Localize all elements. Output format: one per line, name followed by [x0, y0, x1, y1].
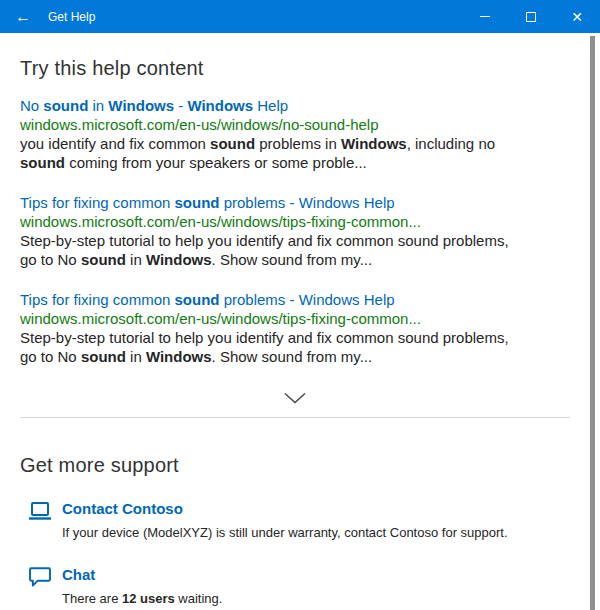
result-snippet-line: go to No sound in Windows. Show sound fr…	[20, 250, 570, 269]
result-snippet-line: Step-by-step tutorial to help you identi…	[20, 328, 570, 347]
support-item-contact[interactable]: Contact Contoso If your device (ModelXYZ…	[20, 499, 570, 541]
maximize-button[interactable]	[508, 0, 554, 33]
result-snippet-line: sound coming from your speakers or some …	[20, 153, 570, 172]
laptop-icon	[28, 499, 52, 522]
minimize-button[interactable]	[462, 0, 508, 33]
result-url: windows.microsoft.com/en-us/windows/no-s…	[20, 115, 570, 134]
close-button[interactable]: ✕	[554, 0, 600, 33]
back-arrow-icon: ←	[15, 8, 31, 25]
back-button[interactable]: ←	[0, 9, 31, 25]
help-result: Tips for fixing common sound problems - …	[20, 193, 570, 269]
result-snippet-line: Step-by-step tutorial to help you identi…	[20, 231, 570, 250]
chat-link[interactable]: Chat	[62, 565, 222, 585]
result-title-link[interactable]: Tips for fixing common sound problems - …	[20, 193, 570, 212]
main-content: Try this help content No sound in Window…	[0, 57, 600, 607]
close-icon: ✕	[571, 9, 583, 25]
section-divider	[20, 417, 570, 418]
support-item-body: Chat There are 12 users waiting.	[62, 565, 222, 607]
help-result: No sound in Windows - Windows Help windo…	[20, 96, 570, 172]
chevron-down-icon	[284, 392, 306, 404]
support-item-chat[interactable]: Chat There are 12 users waiting.	[20, 565, 570, 607]
maximize-icon	[526, 12, 536, 22]
chat-icon	[28, 565, 52, 588]
contact-contoso-description: If your device (ModelXYZ) is still under…	[62, 525, 508, 541]
result-title-link[interactable]: No sound in Windows - Windows Help	[20, 96, 570, 115]
minimize-icon	[480, 16, 490, 17]
window-title: Get Help	[48, 10, 95, 24]
help-content-heading: Try this help content	[20, 57, 570, 80]
support-item-body: Contact Contoso If your device (ModelXYZ…	[62, 499, 508, 541]
result-snippet-line: go to No sound in Windows. Show sound fr…	[20, 347, 570, 366]
window-controls: ✕	[462, 0, 600, 33]
contact-contoso-link[interactable]: Contact Contoso	[62, 499, 508, 519]
result-url: windows.microsoft.com/en-us/windows/tips…	[20, 309, 570, 328]
more-support-heading: Get more support	[20, 454, 570, 477]
chat-description: There are 12 users waiting.	[62, 591, 222, 607]
result-url: windows.microsoft.com/en-us/windows/tips…	[20, 212, 570, 231]
help-result: Tips for fixing common sound problems - …	[20, 290, 570, 366]
result-title-link[interactable]: Tips for fixing common sound problems - …	[20, 290, 570, 309]
titlebar: ← Get Help ✕	[0, 0, 600, 33]
show-more-button[interactable]	[284, 392, 306, 404]
result-snippet-line: you identify and fix common sound proble…	[20, 134, 570, 153]
vertical-scrollbar[interactable]	[590, 36, 595, 610]
